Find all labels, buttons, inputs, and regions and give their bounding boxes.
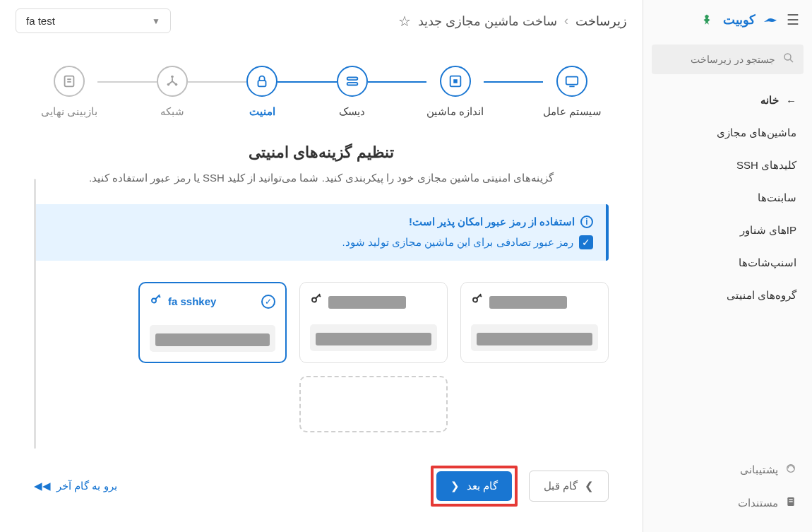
- wizard-footer: ❯ گام قبل گام بعد ❮ برو به گام آخر ◀◀: [34, 457, 609, 507]
- nav-subnets[interactable]: سابنت‌ها: [643, 182, 812, 214]
- chevron-right-icon: ❯: [585, 480, 594, 492]
- nav-label: گروه‌های امنیتی: [727, 289, 796, 302]
- section-title: تنظیم گزینه‌های امنیتی: [34, 143, 609, 162]
- stepper: سیستم عامل اندازه ماشین دیسک امنیت: [34, 63, 609, 126]
- project-select[interactable]: ▼ fa test: [16, 8, 171, 33]
- step-label: سیستم عامل: [543, 105, 602, 118]
- nav-label: سابنت‌ها: [758, 191, 796, 204]
- step-label: دیسک: [339, 105, 365, 118]
- key-name-placeholder: [328, 296, 406, 309]
- step-label: بازبینی نهایی: [41, 105, 97, 118]
- brand-badge-icon: [699, 12, 715, 28]
- next-label: گام بعد: [467, 480, 498, 492]
- step-disk[interactable]: دیسک: [337, 66, 368, 118]
- brand[interactable]: کوبیت: [723, 10, 778, 29]
- nav-secgroups[interactable]: گروه‌های امنیتی: [643, 279, 812, 312]
- svg-point-20: [312, 298, 316, 302]
- favorite-star-icon[interactable]: ☆: [398, 13, 411, 30]
- info-icon: i: [580, 215, 593, 228]
- ssh-keys-list: fa sshkey ✓: [34, 282, 609, 432]
- step-label: شبکه: [160, 105, 184, 118]
- nav-label: مستندات: [738, 497, 778, 509]
- nav-ssh[interactable]: کلیدهای SSH: [643, 149, 812, 182]
- content-panel: سیستم عامل اندازه ماشین دیسک امنیت: [13, 45, 630, 519]
- nav-label: IPهای شناور: [740, 224, 796, 237]
- main: زیرساخت › ساخت ماشین مجازی جدید ☆ ▼ fa t…: [0, 0, 643, 532]
- go-last-step-link[interactable]: برو به گام آخر ◀◀: [34, 480, 117, 492]
- fast-forward-icon: ◀◀: [34, 480, 51, 492]
- svg-rect-5: [789, 501, 792, 502]
- svg-rect-4: [789, 500, 792, 500]
- selected-check-icon: ✓: [261, 295, 275, 309]
- brand-name: کوبیت: [723, 12, 756, 28]
- nav-label: خانه: [760, 94, 779, 107]
- info-check-label: رمز عبور تصادفی برای این ماشین مجازی تول…: [342, 236, 573, 249]
- menu-icon[interactable]: ☰: [787, 11, 799, 28]
- next-button-highlight: گام بعد ❮: [431, 466, 518, 507]
- scroll-indicator: [34, 179, 36, 449]
- next-step-button[interactable]: گام بعد ❮: [436, 471, 512, 501]
- nav-label: ماشین‌های مجازی: [717, 126, 796, 139]
- topbar: زیرساخت › ساخت ماشین مجازی جدید ☆ ▼ fa t…: [0, 0, 643, 42]
- add-ssh-key-card[interactable]: [299, 376, 448, 432]
- info-title: استفاده از رمز عبور امکان پذیر است!: [409, 215, 575, 228]
- search-box[interactable]: [652, 45, 804, 74]
- ssh-key-card-selected[interactable]: fa sshkey ✓: [138, 282, 287, 363]
- support-icon: [785, 463, 796, 476]
- breadcrumb-page: ساخت ماشین مجازی جدید: [418, 13, 557, 29]
- search-input[interactable]: [660, 54, 775, 65]
- fingerprint-placeholder: [316, 333, 431, 345]
- caret-down-icon: ▼: [152, 16, 160, 26]
- nav-floatips[interactable]: IPهای شناور: [643, 214, 812, 247]
- checkbox-checked-icon[interactable]: ✓: [579, 235, 593, 249]
- nav-home[interactable]: ← خانه: [643, 84, 812, 117]
- svg-line-1: [790, 59, 793, 62]
- ssh-key-card[interactable]: [460, 282, 609, 363]
- nav-label: کلیدهای SSH: [736, 159, 796, 172]
- prev-label: گام قبل: [544, 480, 578, 492]
- nav-label: پشتیبانی: [740, 463, 778, 476]
- section-desc: گزینه‌های امنیتی ماشین مجازی خود را پیکر…: [34, 172, 609, 184]
- fingerprint-placeholder: [477, 333, 592, 345]
- info-head: i استفاده از رمز عبور امکان پذیر است!: [47, 215, 593, 228]
- search-icon: [782, 52, 795, 67]
- svg-point-21: [473, 298, 477, 302]
- step-label: اندازه ماشین: [426, 105, 484, 118]
- ssh-key-card[interactable]: [299, 282, 448, 363]
- key-icon: [310, 292, 323, 309]
- info-checkbox-row[interactable]: ✓ رمز عبور تصادفی برای این ماشین مجازی ت…: [47, 235, 593, 249]
- key-icon: [150, 293, 162, 309]
- docs-icon: [785, 496, 796, 509]
- nav-snapshots[interactable]: اسنپ‌شات‌ها: [643, 247, 812, 279]
- breadcrumb-root[interactable]: زیرساخت: [575, 13, 627, 29]
- svg-point-19: [152, 299, 156, 303]
- last-step-label: برو به گام آخر: [56, 480, 117, 492]
- nav-docs[interactable]: مستندات: [643, 486, 812, 519]
- chevron-left-icon: ❮: [450, 480, 460, 492]
- step-network[interactable]: شبکه: [157, 66, 188, 118]
- nav-list: ← خانه ماشین‌های مجازی کلیدهای SSH سابنت…: [643, 84, 812, 453]
- svg-point-13: [171, 76, 174, 78]
- nav-support[interactable]: پشتیبانی: [643, 453, 812, 486]
- step-os[interactable]: سیستم عامل: [543, 66, 602, 118]
- step-security[interactable]: امنیت: [246, 66, 277, 118]
- svg-point-0: [784, 54, 791, 60]
- info-box: i استفاده از رمز عبور امکان پذیر است! ✓ …: [34, 204, 609, 261]
- breadcrumb-sep-icon: ›: [564, 13, 568, 28]
- project-value: fa test: [26, 15, 55, 27]
- ssh-key-name: fa sshkey: [168, 295, 216, 307]
- key-name-placeholder: [489, 296, 567, 309]
- step-label: امنیت: [249, 105, 275, 118]
- nav-vms[interactable]: ماشین‌های مجازی: [643, 117, 812, 149]
- svg-rect-11: [347, 83, 357, 85]
- sidebar: ☰ کوبیت ← خانه ماشین‌های مجازی ک: [643, 0, 812, 532]
- step-review[interactable]: بازبینی نهایی: [41, 66, 97, 118]
- svg-rect-6: [566, 77, 578, 85]
- step-size[interactable]: اندازه ماشین: [426, 66, 484, 118]
- key-icon: [471, 292, 484, 309]
- svg-rect-9: [453, 79, 458, 83]
- sidebar-footer: پشتیبانی مستندات: [643, 453, 812, 532]
- svg-rect-10: [347, 78, 357, 81]
- prev-step-button[interactable]: ❯ گام قبل: [529, 471, 609, 502]
- brand-logo-icon: [763, 10, 778, 29]
